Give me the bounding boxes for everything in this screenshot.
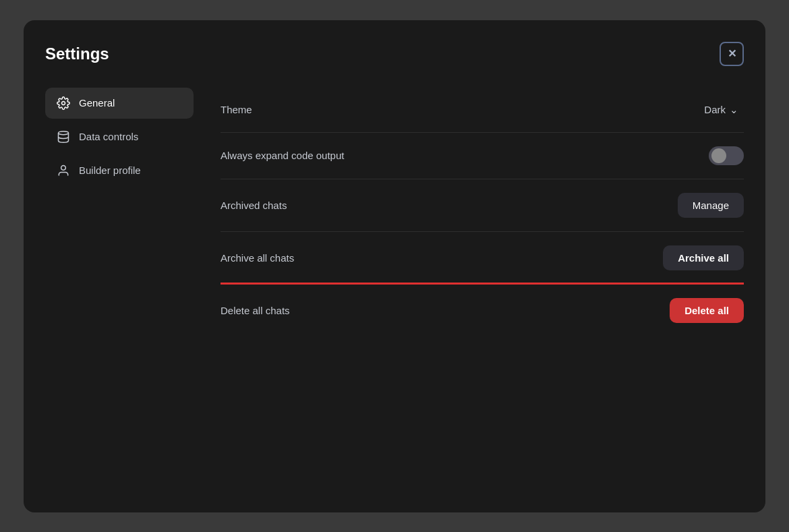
expand-code-toggle[interactable]	[709, 146, 744, 165]
toggle-knob	[711, 148, 726, 163]
theme-value: Dark	[704, 104, 726, 115]
expand-code-label: Always expand code output	[221, 150, 344, 161]
sidebar: General Data controls	[45, 85, 194, 491]
modal-title: Settings	[45, 45, 109, 63]
delete-all-label: Delete all chats	[221, 305, 290, 316]
svg-point-0	[62, 101, 65, 105]
gear-icon	[56, 96, 71, 111]
sidebar-item-data-controls[interactable]: Data controls	[45, 121, 194, 152]
archive-all-button[interactable]: Archive all	[663, 245, 744, 270]
close-button[interactable]: ✕	[720, 42, 744, 66]
delete-all-row: Delete all chats Delete all	[221, 285, 744, 323]
theme-setting-row: Theme Dark ⌄	[221, 88, 744, 133]
sidebar-item-general[interactable]: General	[45, 88, 194, 119]
delete-all-button[interactable]: Delete all	[670, 298, 744, 323]
sidebar-item-builder-profile[interactable]: Builder profile	[45, 155, 194, 186]
sidebar-item-data-controls-label: Data controls	[79, 131, 138, 142]
database-icon	[56, 129, 71, 144]
content-area: Theme Dark ⌄ Always expand code output A…	[210, 85, 744, 491]
close-icon: ✕	[728, 47, 736, 60]
sidebar-item-builder-profile-label: Builder profile	[79, 165, 141, 176]
user-icon	[56, 163, 71, 178]
modal-body: General Data controls	[45, 85, 744, 491]
expand-code-row: Always expand code output	[221, 133, 744, 179]
archive-all-label: Archive all chats	[221, 252, 294, 264]
settings-modal: Settings ✕ General	[24, 20, 765, 512]
svg-point-2	[61, 165, 66, 170]
archive-all-row: Archive all chats Archive all	[221, 232, 744, 270]
chevron-down-icon: ⌄	[730, 104, 738, 116]
svg-point-1	[59, 131, 69, 134]
manage-button[interactable]: Manage	[678, 193, 744, 218]
archived-chats-label: Archived chats	[221, 200, 287, 211]
theme-label: Theme	[221, 104, 252, 115]
theme-dropdown[interactable]: Dark ⌄	[699, 101, 744, 119]
modal-header: Settings ✕	[45, 42, 744, 66]
archived-chats-row: Archived chats Manage	[221, 179, 744, 232]
sidebar-item-general-label: General	[79, 97, 115, 109]
